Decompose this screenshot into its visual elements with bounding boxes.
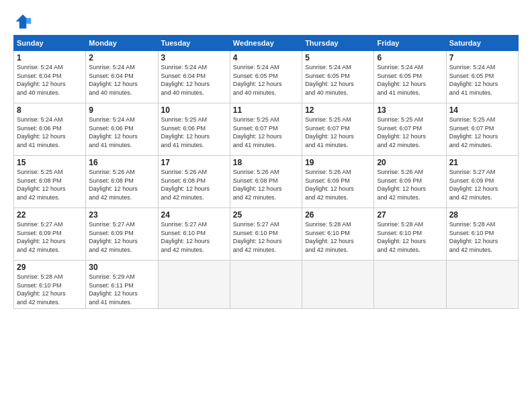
- calendar-cell: 13Sunrise: 5:25 AMSunset: 6:07 PMDayligh…: [374, 103, 446, 156]
- calendar-cell: [158, 261, 230, 309]
- day-number: 11: [233, 105, 299, 115]
- day-number: 6: [377, 53, 443, 62]
- col-sunday: Sunday: [14, 36, 86, 51]
- day-number: 13: [377, 105, 443, 115]
- day-info: Sunrise: 5:28 AMSunset: 6:10 PMDaylight:…: [377, 220, 443, 254]
- day-number: 12: [305, 105, 371, 115]
- calendar-header-row: Sunday Monday Tuesday Wednesday Thursday…: [14, 36, 519, 51]
- day-info: Sunrise: 5:24 AMSunset: 6:05 PMDaylight:…: [377, 63, 443, 97]
- day-number: 18: [233, 158, 299, 167]
- day-number: 20: [377, 158, 443, 167]
- day-info: Sunrise: 5:24 AMSunset: 6:05 PMDaylight:…: [449, 63, 515, 97]
- day-info: Sunrise: 5:28 AMSunset: 6:10 PMDaylight:…: [17, 273, 83, 306]
- calendar-cell: 5Sunrise: 5:24 AMSunset: 6:05 PMDaylight…: [302, 51, 374, 103]
- calendar-cell: 11Sunrise: 5:25 AMSunset: 6:07 PMDayligh…: [230, 103, 302, 156]
- day-info: Sunrise: 5:24 AMSunset: 6:05 PMDaylight:…: [305, 63, 371, 97]
- calendar-cell: 18Sunrise: 5:26 AMSunset: 6:08 PMDayligh…: [230, 156, 302, 208]
- day-number: 1: [17, 53, 83, 62]
- day-number: 5: [305, 53, 371, 62]
- svg-marker-1: [26, 18, 31, 24]
- logo: [13, 12, 35, 31]
- calendar-cell: 28Sunrise: 5:28 AMSunset: 6:10 PMDayligh…: [446, 208, 518, 261]
- calendar-cell: 17Sunrise: 5:26 AMSunset: 6:08 PMDayligh…: [158, 156, 230, 208]
- day-number: 30: [89, 263, 154, 272]
- day-number: 17: [161, 158, 227, 167]
- calendar-cell: 23Sunrise: 5:27 AMSunset: 6:09 PMDayligh…: [86, 208, 158, 261]
- day-number: 14: [449, 105, 515, 115]
- day-info: Sunrise: 5:25 AMSunset: 6:06 PMDaylight:…: [161, 116, 227, 149]
- day-info: Sunrise: 5:24 AMSunset: 6:04 PMDaylight:…: [161, 63, 227, 97]
- day-number: 29: [17, 263, 83, 272]
- day-info: Sunrise: 5:27 AMSunset: 6:09 PMDaylight:…: [17, 220, 83, 254]
- day-number: 4: [233, 53, 299, 62]
- col-saturday: Saturday: [446, 36, 518, 51]
- calendar-week-row: 1Sunrise: 5:24 AMSunset: 6:04 PMDaylight…: [14, 51, 519, 103]
- calendar-cell: 29Sunrise: 5:28 AMSunset: 6:10 PMDayligh…: [14, 261, 86, 309]
- calendar-table: Sunday Monday Tuesday Wednesday Thursday…: [13, 35, 519, 309]
- day-number: 26: [305, 210, 371, 220]
- day-number: 25: [233, 210, 299, 220]
- calendar-cell: 19Sunrise: 5:26 AMSunset: 6:09 PMDayligh…: [302, 156, 374, 208]
- day-number: 9: [89, 105, 154, 115]
- calendar-cell: 6Sunrise: 5:24 AMSunset: 6:05 PMDaylight…: [374, 51, 446, 103]
- calendar-cell: 25Sunrise: 5:27 AMSunset: 6:10 PMDayligh…: [230, 208, 302, 261]
- calendar-page: Sunday Monday Tuesday Wednesday Thursday…: [0, 0, 532, 411]
- calendar-cell: 26Sunrise: 5:28 AMSunset: 6:10 PMDayligh…: [302, 208, 374, 261]
- calendar-cell: 30Sunrise: 5:29 AMSunset: 6:11 PMDayligh…: [86, 261, 158, 309]
- calendar-week-row: 15Sunrise: 5:25 AMSunset: 6:08 PMDayligh…: [14, 156, 519, 208]
- day-number: 24: [161, 210, 227, 220]
- day-info: Sunrise: 5:27 AMSunset: 6:09 PMDaylight:…: [89, 220, 154, 254]
- day-info: Sunrise: 5:25 AMSunset: 6:08 PMDaylight:…: [17, 168, 83, 201]
- calendar-cell: 16Sunrise: 5:26 AMSunset: 6:08 PMDayligh…: [86, 156, 158, 208]
- calendar-cell: 2Sunrise: 5:24 AMSunset: 6:04 PMDaylight…: [86, 51, 158, 103]
- calendar-cell: 3Sunrise: 5:24 AMSunset: 6:04 PMDaylight…: [158, 51, 230, 103]
- calendar-week-row: 29Sunrise: 5:28 AMSunset: 6:10 PMDayligh…: [14, 261, 519, 309]
- day-info: Sunrise: 5:27 AMSunset: 6:10 PMDaylight:…: [161, 220, 227, 254]
- col-monday: Monday: [86, 36, 158, 51]
- day-number: 23: [89, 210, 154, 220]
- calendar-cell: [302, 261, 374, 309]
- day-number: 7: [449, 53, 515, 62]
- calendar-cell: 1Sunrise: 5:24 AMSunset: 6:04 PMDaylight…: [14, 51, 86, 103]
- col-tuesday: Tuesday: [158, 36, 230, 51]
- day-number: 10: [161, 105, 227, 115]
- day-number: 22: [17, 210, 83, 220]
- day-number: 15: [17, 158, 83, 167]
- calendar-cell: 8Sunrise: 5:24 AMSunset: 6:06 PMDaylight…: [14, 103, 86, 156]
- calendar-week-row: 8Sunrise: 5:24 AMSunset: 6:06 PMDaylight…: [14, 103, 519, 156]
- calendar-cell: 24Sunrise: 5:27 AMSunset: 6:10 PMDayligh…: [158, 208, 230, 261]
- day-info: Sunrise: 5:24 AMSunset: 6:04 PMDaylight:…: [17, 63, 83, 97]
- logo-icon: [13, 12, 32, 31]
- day-info: Sunrise: 5:25 AMSunset: 6:07 PMDaylight:…: [377, 116, 443, 149]
- day-info: Sunrise: 5:27 AMSunset: 6:09 PMDaylight:…: [449, 168, 515, 201]
- day-info: Sunrise: 5:28 AMSunset: 6:10 PMDaylight:…: [449, 220, 515, 254]
- day-info: Sunrise: 5:29 AMSunset: 6:11 PMDaylight:…: [89, 273, 154, 306]
- day-number: 28: [449, 210, 515, 220]
- calendar-cell: 15Sunrise: 5:25 AMSunset: 6:08 PMDayligh…: [14, 156, 86, 208]
- col-friday: Friday: [374, 36, 446, 51]
- calendar-cell: 12Sunrise: 5:25 AMSunset: 6:07 PMDayligh…: [302, 103, 374, 156]
- day-info: Sunrise: 5:24 AMSunset: 6:05 PMDaylight:…: [233, 63, 299, 97]
- calendar-cell: 20Sunrise: 5:26 AMSunset: 6:09 PMDayligh…: [374, 156, 446, 208]
- day-number: 21: [449, 158, 515, 167]
- day-info: Sunrise: 5:26 AMSunset: 6:08 PMDaylight:…: [233, 168, 299, 201]
- calendar-cell: 10Sunrise: 5:25 AMSunset: 6:06 PMDayligh…: [158, 103, 230, 156]
- day-number: 16: [89, 158, 154, 167]
- day-info: Sunrise: 5:26 AMSunset: 6:09 PMDaylight:…: [377, 168, 443, 201]
- day-info: Sunrise: 5:25 AMSunset: 6:07 PMDaylight:…: [233, 116, 299, 149]
- calendar-cell: 27Sunrise: 5:28 AMSunset: 6:10 PMDayligh…: [374, 208, 446, 261]
- calendar-cell: 7Sunrise: 5:24 AMSunset: 6:05 PMDaylight…: [446, 51, 518, 103]
- col-thursday: Thursday: [302, 36, 374, 51]
- day-info: Sunrise: 5:26 AMSunset: 6:08 PMDaylight:…: [89, 168, 154, 201]
- calendar-cell: [446, 261, 518, 309]
- col-wednesday: Wednesday: [230, 36, 302, 51]
- day-number: 19: [305, 158, 371, 167]
- calendar-cell: [230, 261, 302, 309]
- calendar-week-row: 22Sunrise: 5:27 AMSunset: 6:09 PMDayligh…: [14, 208, 519, 261]
- day-info: Sunrise: 5:24 AMSunset: 6:06 PMDaylight:…: [17, 116, 83, 149]
- calendar-cell: 22Sunrise: 5:27 AMSunset: 6:09 PMDayligh…: [14, 208, 86, 261]
- calendar-cell: 9Sunrise: 5:24 AMSunset: 6:06 PMDaylight…: [86, 103, 158, 156]
- day-info: Sunrise: 5:24 AMSunset: 6:04 PMDaylight:…: [89, 63, 154, 97]
- day-info: Sunrise: 5:28 AMSunset: 6:10 PMDaylight:…: [305, 220, 371, 254]
- day-number: 27: [377, 210, 443, 220]
